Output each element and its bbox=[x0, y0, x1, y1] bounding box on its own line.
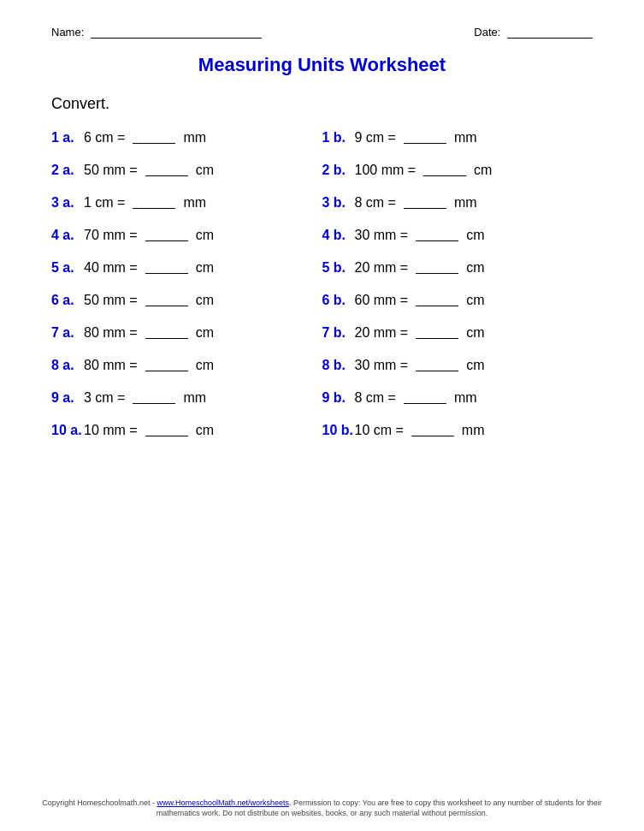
problem-4b-unit: cm bbox=[466, 228, 484, 243]
page-title: Measuring Units Worksheet bbox=[51, 54, 593, 76]
problem-2a-label: 2 a. bbox=[51, 163, 84, 178]
problem-10b-label: 10 b. bbox=[322, 423, 355, 438]
problem-4b-label: 4 b. bbox=[322, 228, 355, 243]
problem-8a: 8 a. 80 mm = cm bbox=[51, 358, 322, 373]
problem-9b: 9 b. 8 cm = mm bbox=[322, 390, 594, 406]
problem-6b-question: 60 mm = bbox=[355, 293, 409, 308]
problem-10a-text: 10 mm = cm bbox=[84, 423, 214, 438]
problem-6b-text: 60 mm = cm bbox=[355, 293, 485, 308]
problem-6b-label: 6 b. bbox=[322, 293, 355, 308]
problem-9b-text: 8 cm = mm bbox=[355, 390, 477, 406]
problem-6a-text: 50 mm = cm bbox=[84, 293, 214, 308]
problem-3a-answer-line bbox=[133, 197, 175, 209]
problem-1b-answer-line bbox=[404, 132, 446, 144]
problem-7a-unit: cm bbox=[196, 325, 214, 341]
problem-7b-unit: cm bbox=[466, 325, 484, 341]
problem-10a-answer-line bbox=[145, 424, 188, 436]
problem-6b-answer-line bbox=[416, 294, 458, 306]
problem-8a-question: 80 mm = bbox=[84, 358, 138, 373]
problem-6a: 6 a. 50 mm = cm bbox=[51, 293, 322, 308]
convert-label: Convert. bbox=[51, 95, 593, 113]
problem-7b-text: 20 mm = cm bbox=[355, 325, 485, 341]
problem-5b-text: 20 mm = cm bbox=[355, 260, 485, 276]
problem-5a-text: 40 mm = cm bbox=[84, 260, 214, 276]
problem-10b-unit: mm bbox=[462, 423, 485, 438]
problem-4a-answer-line bbox=[145, 229, 188, 241]
problem-7b-label: 7 b. bbox=[322, 325, 355, 341]
problem-10b-text: 10 cm = mm bbox=[355, 423, 485, 438]
worksheet-page: Name: Date: Measuring Units Worksheet Co… bbox=[0, 0, 644, 831]
problem-1a: 1 a. 6 cm = mm bbox=[51, 130, 322, 145]
problem-1a-label: 1 a. bbox=[51, 130, 84, 145]
problem-4a-unit: cm bbox=[196, 228, 214, 243]
problem-6b-unit: cm bbox=[466, 293, 484, 308]
problem-2a: 2 a. 50 mm = cm bbox=[51, 163, 322, 178]
header-row: Name: Date: bbox=[51, 26, 593, 39]
problem-1a-question: 6 cm = bbox=[84, 130, 125, 145]
problem-6a-label: 6 a. bbox=[51, 293, 84, 308]
problem-10a: 10 a. 10 mm = cm bbox=[51, 423, 322, 438]
problem-5a-answer-line bbox=[145, 262, 188, 274]
problem-row-1: 1 a. 6 cm = mm 1 b. 9 cm = mm bbox=[51, 122, 593, 154]
problem-1b-text: 9 cm = mm bbox=[355, 130, 477, 145]
problem-10a-unit: cm bbox=[196, 423, 214, 438]
problem-8a-label: 8 a. bbox=[51, 358, 84, 373]
problem-3b-unit: mm bbox=[454, 195, 477, 211]
problem-8b-label: 8 b. bbox=[322, 358, 355, 373]
problem-row-3: 3 a. 1 cm = mm 3 b. 8 cm = mm bbox=[51, 187, 593, 219]
problems-grid: 1 a. 6 cm = mm 1 b. 9 cm = mm 2 a. bbox=[51, 122, 593, 447]
problem-1b-label: 1 b. bbox=[322, 130, 355, 145]
problem-2b-question: 100 mm = bbox=[355, 163, 417, 178]
problem-10b-answer-line bbox=[411, 424, 454, 436]
problem-9a-label: 9 a. bbox=[51, 390, 84, 406]
problem-10b: 10 b. 10 cm = mm bbox=[322, 423, 594, 438]
problem-8a-unit: cm bbox=[196, 358, 214, 373]
problem-1b-question: 9 cm = bbox=[355, 130, 396, 145]
problem-3a-question: 1 cm = bbox=[84, 195, 125, 211]
problem-5a-unit: cm bbox=[196, 260, 214, 276]
problem-5a-label: 5 a. bbox=[51, 260, 84, 276]
problem-row-7: 7 a. 80 mm = cm 7 b. 20 mm = cm bbox=[51, 317, 593, 349]
problem-2a-text: 50 mm = cm bbox=[84, 163, 214, 178]
problem-8b: 8 b. 30 mm = cm bbox=[322, 358, 594, 373]
problem-6a-answer-line bbox=[145, 294, 188, 306]
problem-7a-label: 7 a. bbox=[51, 325, 84, 341]
problem-6a-question: 50 mm = bbox=[84, 293, 138, 308]
problem-4b-question: 30 mm = bbox=[355, 228, 409, 243]
problem-8a-text: 80 mm = cm bbox=[84, 358, 214, 373]
problem-9a-text: 3 cm = mm bbox=[84, 390, 206, 406]
problem-5a: 5 a. 40 mm = cm bbox=[51, 260, 322, 276]
problem-8b-unit: cm bbox=[466, 358, 484, 373]
problem-row-8: 8 a. 80 mm = cm 8 b. 30 mm = cm bbox=[51, 349, 593, 382]
name-field-label: Name: bbox=[51, 26, 262, 39]
problem-5b-question: 20 mm = bbox=[355, 260, 409, 276]
problem-row-4: 4 a. 70 mm = cm 4 b. 30 mm = cm bbox=[51, 219, 593, 252]
problem-7a-question: 80 mm = bbox=[84, 325, 138, 341]
problem-2a-question: 50 mm = bbox=[84, 163, 138, 178]
problem-2a-answer-line bbox=[145, 164, 188, 176]
problem-4a: 4 a. 70 mm = cm bbox=[51, 228, 322, 243]
problem-7a-answer-line bbox=[145, 327, 188, 339]
problem-2b-unit: cm bbox=[474, 163, 492, 178]
problem-2b-text: 100 mm = cm bbox=[355, 163, 493, 178]
problem-8a-answer-line bbox=[145, 359, 188, 371]
problem-7b-question: 20 mm = bbox=[355, 325, 409, 341]
problem-4b-text: 30 mm = cm bbox=[355, 228, 485, 243]
problem-9b-label: 9 b. bbox=[322, 390, 355, 406]
footer-link[interactable]: www.HomeschoolMath.net/worksheets bbox=[157, 798, 289, 807]
problem-4b: 4 b. 30 mm = cm bbox=[322, 228, 594, 243]
date-underline bbox=[507, 38, 593, 39]
problem-4b-answer-line bbox=[416, 229, 458, 241]
problem-6a-unit: cm bbox=[196, 293, 214, 308]
problem-9b-answer-line bbox=[404, 392, 446, 404]
problem-row-6: 6 a. 50 mm = cm 6 b. 60 mm = cm bbox=[51, 284, 593, 317]
problem-10a-label: 10 a. bbox=[51, 423, 84, 438]
problem-1a-text: 6 cm = mm bbox=[84, 130, 206, 145]
problem-3b-answer-line bbox=[404, 197, 446, 209]
problem-9a-answer-line bbox=[133, 392, 175, 404]
problem-1a-answer-line bbox=[133, 132, 175, 144]
problem-7b-answer-line bbox=[416, 327, 458, 339]
problem-9a-question: 3 cm = bbox=[84, 390, 125, 406]
problem-7b: 7 b. 20 mm = cm bbox=[322, 325, 594, 341]
problem-6b: 6 b. 60 mm = cm bbox=[322, 293, 594, 308]
